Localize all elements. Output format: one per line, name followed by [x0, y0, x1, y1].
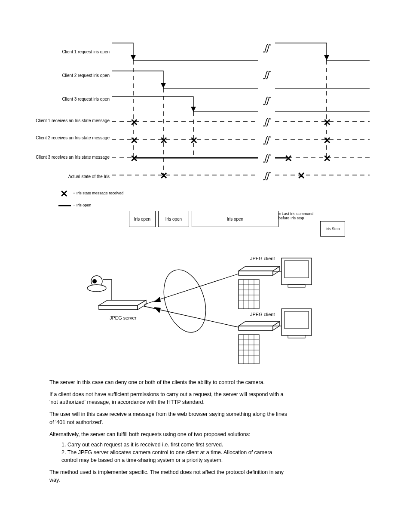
p-e4: Alternatively, the server can fulfill bo… — [49, 431, 363, 438]
svg-marker-44 — [154, 297, 161, 302]
svg-text:✕: ✕ — [323, 135, 331, 146]
client-b-label: JPEG client — [250, 312, 275, 317]
p-e1: The server in this case can deny one or … — [49, 378, 363, 386]
svg-text:✕: ✕ — [323, 117, 331, 128]
svg-rect-68 — [288, 335, 305, 338]
svg-text:✕: ✕ — [297, 170, 305, 181]
box-iris-open-2: Iris open — [158, 211, 189, 227]
legend-iris-state: = Iris state message received — [73, 191, 123, 195]
svg-text:∬: ∬ — [263, 135, 271, 145]
svg-point-41 — [156, 264, 213, 338]
svg-marker-7 — [131, 55, 136, 60]
p-e2a: If a client does not have sufficient per… — [49, 391, 363, 398]
p-e3a: The user will in this case receive a mes… — [49, 410, 363, 418]
network-diagram — [0, 254, 410, 374]
svg-text:∬: ∬ — [263, 95, 271, 105]
svg-rect-56 — [288, 285, 305, 287]
svg-text:✕: ✕ — [323, 153, 331, 164]
box-iris-open-3: Iris open — [192, 211, 278, 227]
server-label: JPEG server — [110, 315, 136, 320]
svg-text:∬: ∬ — [263, 70, 271, 80]
p-bul2a: 2. The JPEG server allocates camera cont… — [49, 449, 363, 456]
box-iris-open-1: Iris open — [129, 211, 156, 227]
svg-point-40 — [92, 279, 97, 283]
svg-text:✕: ✕ — [130, 117, 138, 128]
p-bul1: 1. Carry out each request as it is recei… — [49, 441, 363, 449]
svg-text:✕: ✕ — [130, 153, 138, 164]
client-a-label: JPEG client — [250, 256, 275, 261]
svg-text:∬: ∬ — [263, 43, 271, 53]
p-bul2b: control may be based on a time-sharing s… — [49, 456, 363, 464]
svg-marker-10 — [324, 55, 329, 60]
svg-text:✕: ✕ — [160, 170, 168, 181]
svg-text:∬: ∬ — [263, 117, 271, 127]
svg-text:∬: ∬ — [263, 171, 271, 181]
timing-diagram: ∬ ∬ ∬ ∬ ∬ ∬ ∬ ✕ ✕ ✕ ✕ ✕ ✕ ✕ ✕ ✕ ✕ ✕ ✕ — [0, 0, 410, 241]
svg-text:✕: ✕ — [60, 188, 68, 199]
svg-marker-45 — [154, 307, 161, 313]
svg-rect-67 — [285, 311, 309, 329]
box-iris-stop: Iris Stop — [320, 221, 345, 237]
svg-text:✕: ✕ — [160, 135, 168, 146]
svg-text:✕: ✕ — [190, 135, 198, 146]
svg-text:✕: ✕ — [130, 135, 138, 146]
svg-point-39 — [87, 285, 106, 292]
svg-marker-9 — [191, 107, 196, 112]
svg-marker-8 — [161, 83, 166, 88]
p-e5a: The method used is implementer specific.… — [49, 468, 363, 476]
legend-last-box: = Last Iris command before Iris stop — [278, 212, 321, 220]
p-e2b: 'not authorized' message, in accordance … — [49, 398, 363, 406]
svg-text:✕: ✕ — [285, 153, 292, 164]
legend-iris-open: = Iris open — [73, 203, 91, 207]
p-e5b: way. — [49, 476, 363, 484]
p-e3b: of '401 not authorized'. — [49, 418, 363, 426]
svg-rect-55 — [285, 261, 309, 278]
svg-text:∬: ∬ — [263, 153, 271, 163]
